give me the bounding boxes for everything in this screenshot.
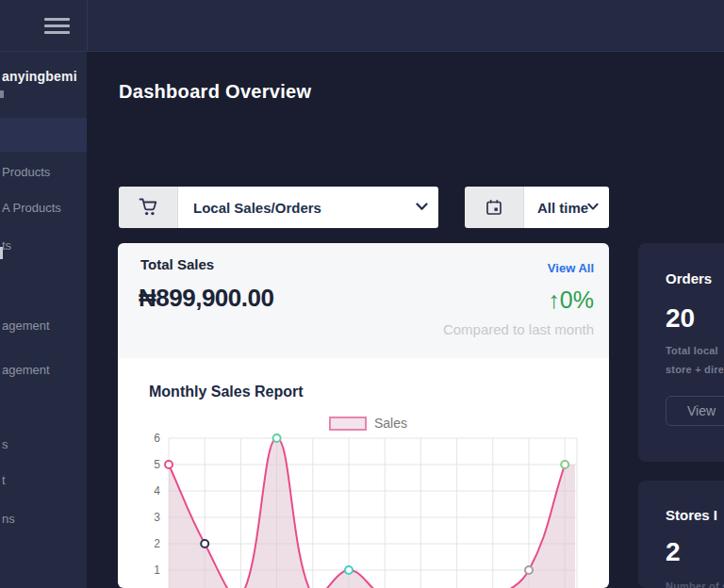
chart-title: Monthly Sales Report bbox=[149, 384, 304, 400]
sales-select-value: Local Sales/Orders bbox=[193, 200, 321, 216]
topbar bbox=[0, 0, 724, 52]
sales-type-filter: Local Sales/Orders bbox=[119, 187, 438, 228]
menu-icon[interactable] bbox=[44, 13, 70, 38]
orders-card: Orders 20 Total local store + dire View bbox=[638, 243, 724, 462]
stores-count: 2 bbox=[666, 537, 681, 567]
monthly-sales-chart: 123456 bbox=[123, 426, 594, 588]
svg-text:6: 6 bbox=[154, 432, 160, 445]
chevron-down-icon bbox=[416, 203, 428, 211]
sidebar-item[interactable]: agement bbox=[2, 318, 50, 333]
total-sales-label: Total Sales bbox=[140, 256, 214, 272]
svg-text:3: 3 bbox=[154, 511, 160, 524]
chevron-down-icon bbox=[587, 203, 599, 211]
sidebar-user-subtext-fragment bbox=[0, 90, 4, 98]
sidebar-item[interactable]: t bbox=[2, 473, 6, 487]
time-select[interactable]: All time bbox=[524, 187, 609, 228]
topbar-brand-section bbox=[0, 0, 88, 51]
page-title: Dashboard Overview bbox=[119, 81, 311, 103]
sales-change-percent: ↑0% bbox=[420, 286, 594, 314]
sales-select[interactable]: Local Sales/Orders bbox=[178, 187, 438, 228]
svg-text:4: 4 bbox=[154, 484, 160, 498]
orders-count: 20 bbox=[666, 303, 695, 334]
sidebar-item-active[interactable] bbox=[0, 118, 87, 152]
sales-compare-note: Compared to last month bbox=[309, 321, 594, 337]
svg-text:2: 2 bbox=[154, 537, 160, 550]
stores-card: Stores I 2 Number of st bbox=[638, 481, 724, 588]
sidebar-item[interactable]: s bbox=[2, 437, 8, 451]
sidebar-item[interactable]: ts bbox=[2, 238, 11, 253]
time-range-filter: All time bbox=[465, 187, 609, 228]
stores-card-title: Stores I bbox=[666, 507, 717, 523]
sidebar-item[interactable]: A Products bbox=[2, 201, 61, 215]
sidebar-item[interactable]: Products bbox=[2, 165, 50, 179]
total-sales-amount: ₦899,900.00 bbox=[139, 284, 273, 313]
orders-subtitle-line2: store + dire bbox=[666, 364, 724, 375]
time-select-value: All time bbox=[537, 200, 588, 216]
orders-subtitle-line1: Total local bbox=[666, 345, 718, 356]
view-all-link[interactable]: View All bbox=[420, 261, 594, 275]
sidebar-username: anyingbemi bbox=[2, 69, 77, 84]
cart-icon bbox=[119, 187, 178, 228]
svg-text:5: 5 bbox=[154, 458, 160, 471]
orders-view-button[interactable]: View bbox=[666, 396, 724, 426]
sidebar-item[interactable]: ns bbox=[2, 512, 15, 526]
sidebar-item[interactable]: agement bbox=[2, 363, 50, 377]
stores-subtitle-fragment: Number of st bbox=[666, 580, 724, 588]
calendar-icon bbox=[465, 187, 524, 228]
svg-text:1: 1 bbox=[154, 564, 160, 577]
orders-card-title: Orders bbox=[666, 270, 712, 286]
